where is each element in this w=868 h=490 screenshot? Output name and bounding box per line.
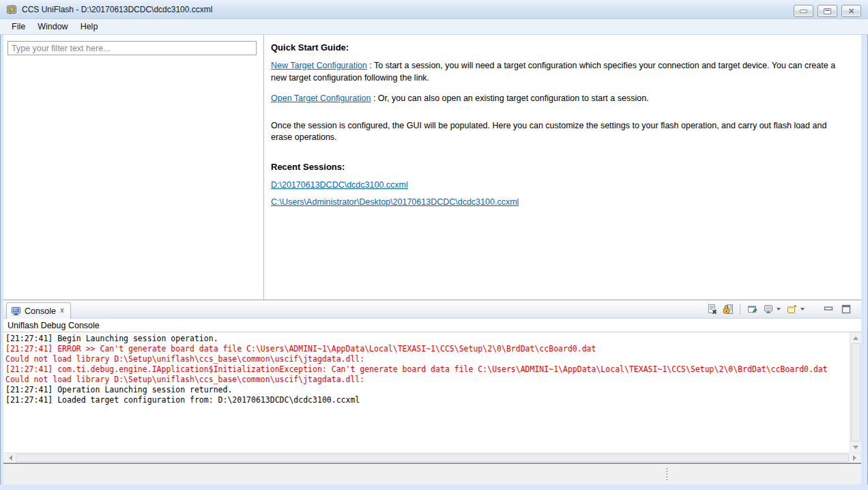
- filter-input[interactable]: [8, 41, 257, 55]
- app-window: CCS UniFlash - D:\20170613DCDC\dcdc3100.…: [0, 0, 868, 490]
- console-line: [21:27:41] ERROR >> Can't generate board…: [5, 344, 848, 354]
- main-area: Quick Start Guide: New Target Configurat…: [3, 35, 861, 300]
- quick-start-item-text: : Or, you can also open an existing targ…: [371, 93, 648, 103]
- scroll-left-icon[interactable]: [5, 453, 16, 463]
- clear-console-icon[interactable]: [706, 303, 718, 315]
- title-bar: CCS UniFlash - D:\20170613DCDC\dcdc3100.…: [0, 0, 868, 19]
- vertical-scrollbar[interactable]: [850, 332, 861, 452]
- maximize-button[interactable]: [818, 5, 837, 17]
- recent-sessions-title: Recent Sessions:: [271, 162, 848, 172]
- open-console-icon[interactable]: [786, 303, 798, 315]
- console-line: [21:27:41] com.ti.debug.engine.IApplicat…: [5, 364, 848, 375]
- console-line: [21:27:41] Begin Launching session opera…: [5, 334, 848, 344]
- quick-start-panel: Quick Start Guide: New Target Configurat…: [265, 35, 861, 300]
- scroll-right-icon[interactable]: [849, 453, 860, 463]
- console-log: [21:27:41] Begin Launching session opera…: [5, 334, 848, 452]
- display-console-dropdown-icon[interactable]: [777, 308, 781, 311]
- tab-console[interactable]: Console ☓: [6, 302, 71, 319]
- console-line: [21:27:41] Loaded target configuration f…: [5, 395, 848, 405]
- quick-start-item: New Target Configuration : To start a se…: [271, 60, 848, 84]
- device-filter-panel: [3, 35, 264, 300]
- vertical-scroll-thumb[interactable]: [851, 343, 860, 442]
- console-body: [21:27:41] Begin Launching session opera…: [3, 332, 861, 452]
- quick-start-link[interactable]: New Target Configuration: [271, 61, 367, 70]
- horizontal-scroll-thumb[interactable]: [16, 454, 849, 462]
- console-icon: [11, 306, 21, 316]
- recent-session-link[interactable]: D:\20170613DCDC\dcdc3100.ccxml: [271, 180, 408, 190]
- minimize-button[interactable]: [794, 5, 813, 17]
- console-line: [21:27:41] Operation Launching session r…: [5, 385, 848, 395]
- display-selected-console-icon[interactable]: [762, 303, 774, 315]
- toolbar-separator: [740, 304, 740, 315]
- tab-close-icon[interactable]: ☓: [59, 306, 65, 315]
- scroll-down-icon[interactable]: [850, 442, 861, 452]
- console-toolbar: [706, 303, 852, 315]
- scroll-up-icon[interactable]: [850, 332, 861, 343]
- console-view: Console ☓: [3, 300, 861, 464]
- maximize-view-icon[interactable]: [840, 303, 852, 315]
- quick-start-title: Quick Start Guide:: [271, 42, 848, 53]
- window-controls: ✕: [794, 5, 861, 17]
- recent-session-row: D:\20170613DCDC\dcdc3100.ccxml: [271, 180, 848, 197]
- quick-start-link[interactable]: Open Target Configuration: [271, 93, 371, 103]
- uniflash-app-icon: [6, 4, 17, 15]
- console-line: Could not load library D:\Setup\uniflash…: [5, 375, 848, 385]
- window-frame-bottom: [0, 485, 868, 490]
- console-line: Could not load library D:\Setup\uniflash…: [5, 354, 848, 364]
- status-bar-grip[interactable]: [666, 468, 668, 480]
- menu-bar: FileWindowHelp: [0, 19, 868, 35]
- workbench: Quick Start Guide: New Target Configurat…: [3, 35, 861, 485]
- open-console-dropdown-icon[interactable]: [800, 308, 805, 311]
- close-button[interactable]: ✕: [841, 5, 861, 17]
- recent-session-link[interactable]: C:\Users\Administrator\Desktop\20170613D…: [271, 197, 519, 207]
- quick-start-items: New Target Configuration : To start a se…: [271, 60, 848, 105]
- view-minmax-controls: [822, 303, 852, 315]
- minimize-view-icon[interactable]: [822, 303, 834, 315]
- minimize-icon: [800, 10, 807, 13]
- recent-session-row: C:\Users\Administrator\Desktop\20170613D…: [271, 197, 848, 214]
- close-icon: ✕: [848, 8, 854, 15]
- horizontal-scrollbar[interactable]: [3, 452, 861, 463]
- quick-start-item: Open Target Configuration : Or, you can …: [271, 93, 848, 105]
- console-subtitle: Uniflash Debug Console: [3, 319, 861, 332]
- pin-console-icon[interactable]: [747, 303, 758, 315]
- menu-item[interactable]: File: [5, 20, 31, 33]
- status-bar: [3, 465, 861, 485]
- quick-start-note: Once the session is configured, the GUI …: [271, 120, 848, 144]
- recent-sessions-list: D:\20170613DCDC\dcdc3100.ccxmlC:\Users\A…: [271, 180, 848, 214]
- menu-item[interactable]: Window: [31, 20, 74, 33]
- console-header: Console ☓: [3, 300, 861, 319]
- scroll-lock-icon[interactable]: [722, 303, 734, 315]
- window-title: CCS UniFlash - D:\20170613DCDC\dcdc3100.…: [22, 5, 212, 14]
- menu-item[interactable]: Help: [74, 20, 104, 33]
- console-tab-label: Console: [25, 306, 56, 316]
- maximize-icon: [824, 8, 831, 14]
